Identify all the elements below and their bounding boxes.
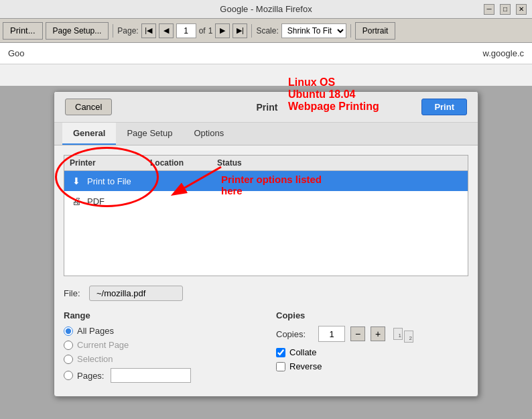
tab-page-setup[interactable]: Page Setup [116,123,183,145]
radio-pages[interactable] [64,371,73,380]
page-number-input[interactable] [176,23,196,38]
file-label: File: [64,288,84,298]
printer-name-pdf: PDF [87,196,188,206]
scale-label: Scale: [256,26,278,36]
dialog-tabs: General Page Setup Options [54,123,478,145]
tab-general[interactable]: General [62,123,116,145]
radio-current-page[interactable] [64,341,73,350]
range-section: Range All Pages Current Page [64,310,256,387]
copies-row: Copies: − + 1 2 [276,326,468,342]
next-page-btn[interactable]: ▶ [215,23,230,38]
toolbar-separator-3 [350,24,351,38]
selection-label: Selection [77,354,113,364]
of-label: of [199,26,206,36]
radio-row-pages: Pages: [64,368,256,383]
copies-section: Copies Copies: − + 1 2 [276,310,468,387]
printer-row-print-to-file[interactable]: ⬇ Print to File [64,171,468,191]
reverse-label: Reverse [289,361,322,371]
reverse-row: Reverse [276,361,468,371]
radio-row-selection: Selection [64,354,256,364]
radio-all-pages[interactable] [64,326,73,336]
scale-select[interactable]: Shrink To Fit 50% 75% 100% [281,23,346,38]
maximize-btn[interactable]: □ [500,4,511,15]
last-page-btn[interactable]: ▶| [232,23,247,38]
title-bar: Google - Mozilla Firefox ─ □ ✕ [0,0,532,19]
copies-label: Copies: [276,329,313,339]
collate-icon: 1 2 [393,328,413,340]
copies-title: Copies [276,310,468,320]
prev-page-btn[interactable]: ◀ [159,23,174,38]
collate-label: Collate [289,347,316,357]
file-row: File: ~/mozilla.pdf [64,286,468,301]
print-toolbar-button[interactable]: Print... [3,22,43,40]
col-status: Status [217,158,462,168]
window-controls: ─ □ ✕ [484,4,527,15]
pages-label: Pages: [77,371,104,381]
toolbar-separator-1 [113,24,113,38]
pdf-icon: 🖨 [70,194,83,208]
printer-empty-4 [64,259,468,276]
collate-checkbox[interactable] [276,348,285,357]
copies-increase-btn[interactable]: + [371,326,385,341]
print-button[interactable]: Print [421,99,467,115]
dialog-header: Cancel Print Print [54,92,478,123]
toolbar-separator-2 [251,24,252,38]
collate-row: Collate [276,347,468,357]
close-btn[interactable]: ✕ [516,4,527,15]
dialog-title: Print [112,102,421,113]
printer-empty-1 [64,211,468,227]
print-dialog: Cancel Print Print General Page Setup Op… [54,91,478,397]
browser-content: Goo w.google.c Cancel Print Print Genera… [0,43,532,419]
tab-options[interactable]: Options [183,123,235,145]
browser-window: Google - Mozilla Firefox ─ □ ✕ Print... … [0,0,532,419]
page-label: Page: [117,26,138,36]
printer-empty-2 [64,227,468,243]
total-pages: 1 [208,26,213,36]
portrait-btn[interactable]: Portrait [355,22,396,40]
dialog-overlay: Cancel Print Print General Page Setup Op… [0,86,532,419]
range-title: Range [64,310,256,320]
google-bar: Goo w.google.c [0,43,532,64]
col-location: Location [150,158,217,168]
page-setup-button[interactable]: Page Setup... [46,22,109,40]
radio-selection[interactable] [64,355,73,364]
cancel-button[interactable]: Cancel [65,99,112,115]
current-page-label: Current Page [77,340,129,350]
reverse-checkbox[interactable] [276,362,285,371]
radio-row-current-page: Current Page [64,340,256,350]
printer-empty-3 [64,243,468,259]
window-title: Google - Mozilla Firefox [220,4,312,14]
minimize-btn[interactable]: ─ [484,4,494,15]
file-value: ~/mozilla.pdf [89,286,183,301]
print-to-file-icon: ⬇ [70,174,83,188]
col-printer: Printer [70,158,150,168]
printer-row-pdf[interactable]: 🖨 PDF [64,191,468,211]
range-copies-section: Range All Pages Current Page [64,310,468,387]
dialog-body: Printer Location Status ⬇ Print to File … [54,145,478,396]
pages-input[interactable] [111,368,191,383]
copies-decrease-btn[interactable]: − [350,326,365,341]
radio-row-all-pages: All Pages [64,326,256,336]
printer-name-print-to-file: Print to File [87,176,188,186]
browser-toolbar: Print... Page Setup... Page: |◀ ◀ of 1 ▶… [0,19,532,43]
printer-table: Printer Location Status ⬇ Print to File … [64,155,468,276]
all-pages-label: All Pages [77,326,114,336]
first-page-btn[interactable]: |◀ [141,23,156,38]
copies-input[interactable] [318,326,345,342]
printer-table-header: Printer Location Status [64,156,468,171]
